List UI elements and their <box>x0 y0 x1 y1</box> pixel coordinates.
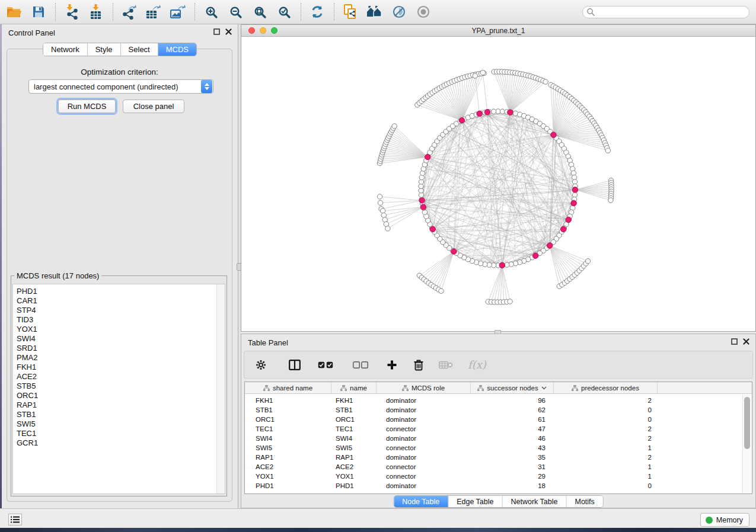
mcds-hub-node[interactable] <box>420 204 426 210</box>
table-row[interactable]: ORC1ORC1dominator610 <box>245 415 752 424</box>
mcds-hub-node[interactable] <box>547 243 552 248</box>
mcds-result-item[interactable]: SWI5 <box>17 419 225 429</box>
mcds-list-scrollbar[interactable] <box>216 284 225 493</box>
table-row[interactable]: RAP1RAP1dominator352 <box>245 453 752 462</box>
close-panel-icon[interactable] <box>743 338 749 345</box>
search-box[interactable] <box>582 6 749 18</box>
deselect-all-icon[interactable] <box>353 361 368 368</box>
table-row[interactable]: TEC1TEC1connector472 <box>245 424 752 434</box>
float-panel-icon[interactable] <box>213 28 220 35</box>
mcds-result-item[interactable]: PMA2 <box>17 353 225 363</box>
column-header-predecessor-nodes[interactable]: predecessor nodes <box>554 382 658 393</box>
first-neighbors-icon[interactable] <box>366 3 384 21</box>
zoom-fit-icon[interactable] <box>251 3 269 21</box>
float-panel-icon[interactable] <box>731 338 738 345</box>
tab-motifs[interactable]: Motifs <box>566 496 602 507</box>
show-columns-icon[interactable] <box>289 360 301 370</box>
memory-button[interactable]: Memory <box>700 513 749 527</box>
search-input[interactable] <box>595 8 749 17</box>
delete-column-icon[interactable] <box>413 359 424 371</box>
zoom-selected-icon[interactable] <box>275 3 293 21</box>
table-scrollbar-thumb[interactable] <box>744 397 750 449</box>
mcds-result-item[interactable]: SRD1 <box>17 344 225 353</box>
task-history-button[interactable] <box>8 514 22 525</box>
table-panel: Table Panel <box>241 334 756 508</box>
mcds-result-item[interactable]: TID3 <box>17 315 225 325</box>
mcds-result-item[interactable]: ACE2 <box>17 372 225 382</box>
zoom-out-icon[interactable] <box>227 3 244 21</box>
mcds-hub-node[interactable] <box>425 154 430 159</box>
mcds-result-item[interactable]: GCR1 <box>17 438 225 448</box>
open-file-icon[interactable] <box>5 3 23 21</box>
mcds-hub-node[interactable] <box>566 217 571 222</box>
table-cell: 2 <box>554 435 658 442</box>
tab-node-table[interactable]: Node Table <box>394 496 448 507</box>
tab-style[interactable]: Style <box>88 43 121 56</box>
mcds-hub-node[interactable] <box>499 262 505 268</box>
table-row[interactable]: SWI4SWI4dominator462 <box>245 434 752 443</box>
mcds-hub-node[interactable] <box>571 200 576 206</box>
export-network-icon[interactable] <box>120 3 138 21</box>
table-cell: RAP1 <box>245 454 331 461</box>
mcds-hub-node[interactable] <box>459 118 464 123</box>
table-scrollbar[interactable] <box>742 395 751 493</box>
mcds-hub-node[interactable] <box>561 226 566 232</box>
show-all-icon[interactable] <box>414 3 432 21</box>
mcds-result-item[interactable]: ORC1 <box>17 391 225 400</box>
column-header-successor-nodes[interactable]: successor nodes <box>471 382 554 393</box>
run-mcds-button[interactable]: Run MCDS <box>58 100 116 113</box>
mcds-result-item[interactable]: PHD1 <box>17 287 225 296</box>
tab-edge-table[interactable]: Edge Table <box>448 496 502 507</box>
add-column-icon[interactable] <box>387 360 397 370</box>
mcds-result-item[interactable]: STB1 <box>17 410 225 419</box>
criterion-dropdown[interactable]: largest connected component (undirected) <box>28 79 213 94</box>
close-panel-button[interactable]: Close panel <box>123 100 184 113</box>
table-row[interactable]: ACE2ACE2connector311 <box>245 462 752 472</box>
export-table-icon[interactable] <box>145 3 162 21</box>
mcds-result-item[interactable]: STP4 <box>17 306 225 315</box>
mcds-hub-node[interactable] <box>508 110 513 115</box>
mcds-result-item[interactable]: SWI4 <box>17 334 225 344</box>
table-row[interactable]: FKH1FKH1dominator962 <box>245 396 752 405</box>
column-header-MCDS-role[interactable]: MCDS role <box>377 382 471 393</box>
network-canvas[interactable] <box>241 37 755 331</box>
control-panel: Control Panel NetworkStyleSelectMCDS Opt… <box>2 24 238 508</box>
mcds-result-item[interactable]: CAR1 <box>17 296 225 306</box>
mcds-hub-node[interactable] <box>484 110 490 115</box>
export-image-icon[interactable] <box>169 3 187 21</box>
zoom-in-icon[interactable] <box>202 3 220 21</box>
table-row[interactable]: STB1STB1dominator620 <box>245 405 752 415</box>
column-header-shared-name[interactable]: shared name <box>245 382 331 393</box>
column-header-name[interactable]: name <box>331 382 377 393</box>
table-row[interactable]: PHD1PHD1dominator180 <box>245 481 752 491</box>
mcds-result-list[interactable]: PHD1CAR1STP4TID3YOX1SWI4SRD1PMA2FKH1ACE2… <box>12 284 225 494</box>
import-network-icon[interactable] <box>63 3 81 21</box>
tab-mcds[interactable]: MCDS <box>158 43 196 56</box>
mcds-result-item[interactable]: FKH1 <box>17 363 225 372</box>
column-settings-icon[interactable] <box>255 359 267 371</box>
mcds-result-item[interactable]: TEC1 <box>17 429 225 438</box>
clone-network-icon[interactable] <box>342 3 359 21</box>
table-row[interactable]: SWI5SWI5connector431 <box>245 443 752 453</box>
close-panel-icon[interactable] <box>225 28 232 35</box>
mcds-hub-node[interactable] <box>551 132 556 137</box>
mcds-hub-node[interactable] <box>419 198 425 203</box>
mcds-result-item[interactable]: RAP1 <box>17 400 225 410</box>
mcds-hub-node[interactable] <box>430 226 435 232</box>
mcds-result-item[interactable]: STB5 <box>17 382 225 391</box>
hide-selected-icon[interactable] <box>390 3 408 21</box>
tab-select[interactable]: Select <box>121 43 158 56</box>
tab-network[interactable]: Network <box>43 43 88 56</box>
mcds-hub-node[interactable] <box>572 187 578 193</box>
select-all-icon[interactable] <box>318 361 333 368</box>
mcds-hub-node[interactable] <box>532 253 538 258</box>
mcds-hub-node[interactable] <box>451 249 457 254</box>
save-session-icon[interactable] <box>30 3 47 21</box>
network-window-titlebar[interactable]: YPA_prune.txt_1 <box>241 25 755 37</box>
apply-preferred-layout-icon[interactable] <box>308 3 326 21</box>
import-table-icon[interactable] <box>87 3 105 21</box>
table-row[interactable]: YOX1YOX1connector291 <box>245 472 752 481</box>
mcds-hub-node[interactable] <box>477 111 482 116</box>
tab-network-table[interactable]: Network Table <box>503 496 567 507</box>
mcds-result-item[interactable]: YOX1 <box>17 325 225 334</box>
